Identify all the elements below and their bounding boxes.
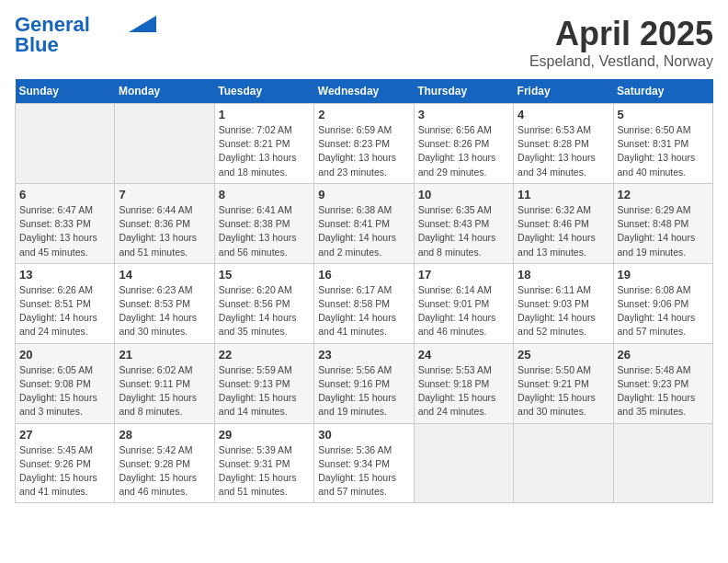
day-cell: 24Sunrise: 5:53 AM Sunset: 9:18 PM Dayli… — [414, 343, 513, 423]
week-row-5: 27Sunrise: 5:45 AM Sunset: 9:26 PM Dayli… — [16, 423, 713, 503]
day-number: 17 — [418, 268, 509, 282]
day-detail: Sunrise: 5:42 AM Sunset: 9:28 PM Dayligh… — [119, 443, 210, 500]
day-cell: 2Sunrise: 6:59 AM Sunset: 8:23 PM Daylig… — [314, 104, 414, 184]
day-cell: 12Sunrise: 6:29 AM Sunset: 8:48 PM Dayli… — [613, 183, 712, 263]
day-number: 1 — [219, 108, 310, 121]
calendar-title: April 2025 — [529, 15, 713, 53]
day-cell: 1Sunrise: 7:02 AM Sunset: 8:21 PM Daylig… — [214, 104, 313, 184]
day-cell: 29Sunrise: 5:39 AM Sunset: 9:31 PM Dayli… — [214, 423, 313, 503]
day-cell — [414, 423, 513, 503]
day-cell: 9Sunrise: 6:38 AM Sunset: 8:41 PM Daylig… — [314, 183, 414, 263]
day-detail: Sunrise: 5:50 AM Sunset: 9:21 PM Dayligh… — [518, 363, 609, 419]
day-detail: Sunrise: 5:59 AM Sunset: 9:13 PM Dayligh… — [219, 363, 310, 419]
day-cell — [613, 423, 712, 503]
day-detail: Sunrise: 6:47 AM Sunset: 8:33 PM Dayligh… — [19, 203, 110, 259]
day-cell: 21Sunrise: 6:02 AM Sunset: 9:11 PM Dayli… — [115, 343, 214, 423]
day-detail: Sunrise: 6:11 AM Sunset: 9:03 PM Dayligh… — [518, 283, 609, 339]
day-number: 27 — [19, 428, 110, 442]
logo: General Blue — [15, 15, 156, 55]
day-number: 21 — [119, 348, 210, 362]
logo-blue: Blue — [15, 35, 59, 55]
day-detail: Sunrise: 5:45 AM Sunset: 9:26 PM Dayligh… — [19, 443, 110, 500]
day-detail: Sunrise: 6:14 AM Sunset: 9:01 PM Dayligh… — [418, 283, 509, 339]
day-cell — [16, 104, 115, 184]
day-detail: Sunrise: 6:38 AM Sunset: 8:41 PM Dayligh… — [318, 203, 409, 259]
day-number: 16 — [318, 268, 409, 282]
day-number: 7 — [119, 188, 210, 201]
day-detail: Sunrise: 6:26 AM Sunset: 8:51 PM Dayligh… — [19, 283, 110, 339]
day-number: 30 — [318, 428, 409, 442]
day-number: 6 — [19, 188, 110, 201]
day-detail: Sunrise: 6:50 AM Sunset: 8:31 PM Dayligh… — [618, 123, 709, 179]
day-cell — [115, 104, 214, 184]
day-detail: Sunrise: 6:53 AM Sunset: 8:28 PM Dayligh… — [518, 123, 609, 179]
day-number: 10 — [418, 188, 509, 201]
day-cell: 7Sunrise: 6:44 AM Sunset: 8:36 PM Daylig… — [115, 183, 214, 263]
day-detail: Sunrise: 6:17 AM Sunset: 8:58 PM Dayligh… — [318, 283, 409, 339]
day-detail: Sunrise: 6:08 AM Sunset: 9:06 PM Dayligh… — [618, 283, 709, 339]
day-detail: Sunrise: 6:56 AM Sunset: 8:26 PM Dayligh… — [418, 123, 509, 179]
day-number: 23 — [318, 348, 409, 362]
day-number: 5 — [618, 108, 709, 121]
day-cell: 8Sunrise: 6:41 AM Sunset: 8:38 PM Daylig… — [214, 183, 313, 263]
day-cell: 28Sunrise: 5:42 AM Sunset: 9:28 PM Dayli… — [115, 423, 214, 503]
day-number: 2 — [318, 108, 409, 121]
day-number: 22 — [219, 348, 310, 362]
day-detail: Sunrise: 5:53 AM Sunset: 9:18 PM Dayligh… — [418, 363, 509, 419]
week-row-2: 6Sunrise: 6:47 AM Sunset: 8:33 PM Daylig… — [16, 183, 713, 263]
day-cell: 27Sunrise: 5:45 AM Sunset: 9:26 PM Dayli… — [16, 423, 115, 503]
day-detail: Sunrise: 6:32 AM Sunset: 8:46 PM Dayligh… — [518, 203, 609, 259]
day-number: 4 — [518, 108, 609, 121]
day-number: 26 — [618, 348, 709, 362]
day-number: 15 — [219, 268, 310, 282]
day-number: 3 — [418, 108, 509, 121]
day-detail: Sunrise: 6:20 AM Sunset: 8:56 PM Dayligh… — [219, 283, 310, 339]
header-cell-sunday: Sunday — [16, 79, 115, 104]
day-detail: Sunrise: 6:41 AM Sunset: 8:38 PM Dayligh… — [219, 203, 310, 259]
day-number: 19 — [618, 268, 709, 282]
header-cell-monday: Monday — [115, 79, 214, 104]
day-cell: 25Sunrise: 5:50 AM Sunset: 9:21 PM Dayli… — [514, 343, 613, 423]
week-row-3: 13Sunrise: 6:26 AM Sunset: 8:51 PM Dayli… — [16, 263, 713, 343]
day-detail: Sunrise: 6:44 AM Sunset: 8:36 PM Dayligh… — [119, 203, 210, 259]
header-cell-saturday: Saturday — [613, 79, 712, 104]
day-cell: 5Sunrise: 6:50 AM Sunset: 8:31 PM Daylig… — [613, 104, 712, 184]
logo-text: General — [15, 15, 90, 35]
title-area: April 2025 Espeland, Vestland, Norway — [529, 15, 713, 70]
day-number: 24 — [418, 348, 509, 362]
header-row: SundayMondayTuesdayWednesdayThursdayFrid… — [16, 79, 713, 104]
day-detail: Sunrise: 5:39 AM Sunset: 9:31 PM Dayligh… — [219, 443, 310, 500]
day-detail: Sunrise: 5:36 AM Sunset: 9:34 PM Dayligh… — [318, 443, 409, 500]
day-number: 13 — [19, 268, 110, 282]
day-cell: 22Sunrise: 5:59 AM Sunset: 9:13 PM Dayli… — [214, 343, 313, 423]
header-cell-friday: Friday — [514, 79, 613, 104]
day-number: 20 — [19, 348, 110, 362]
day-cell: 4Sunrise: 6:53 AM Sunset: 8:28 PM Daylig… — [514, 104, 613, 184]
day-cell: 23Sunrise: 5:56 AM Sunset: 9:16 PM Dayli… — [314, 343, 414, 423]
day-detail: Sunrise: 6:35 AM Sunset: 8:43 PM Dayligh… — [418, 203, 509, 259]
day-detail: Sunrise: 6:05 AM Sunset: 9:08 PM Dayligh… — [19, 363, 110, 419]
day-detail: Sunrise: 6:29 AM Sunset: 8:48 PM Dayligh… — [618, 203, 709, 259]
day-cell: 17Sunrise: 6:14 AM Sunset: 9:01 PM Dayli… — [414, 263, 513, 343]
day-cell: 11Sunrise: 6:32 AM Sunset: 8:46 PM Dayli… — [514, 183, 613, 263]
day-detail: Sunrise: 5:48 AM Sunset: 9:23 PM Dayligh… — [618, 363, 709, 419]
calendar-table: SundayMondayTuesdayWednesdayThursdayFrid… — [15, 79, 713, 503]
day-detail: Sunrise: 6:23 AM Sunset: 8:53 PM Dayligh… — [119, 283, 210, 339]
header-cell-tuesday: Tuesday — [214, 79, 313, 104]
day-detail: Sunrise: 6:59 AM Sunset: 8:23 PM Dayligh… — [318, 123, 409, 179]
day-cell: 26Sunrise: 5:48 AM Sunset: 9:23 PM Dayli… — [613, 343, 712, 423]
day-cell: 3Sunrise: 6:56 AM Sunset: 8:26 PM Daylig… — [414, 104, 513, 184]
day-cell: 20Sunrise: 6:05 AM Sunset: 9:08 PM Dayli… — [16, 343, 115, 423]
day-number: 25 — [518, 348, 609, 362]
day-number: 14 — [119, 268, 210, 282]
header-cell-wednesday: Wednesday — [314, 79, 414, 104]
week-row-1: 1Sunrise: 7:02 AM Sunset: 8:21 PM Daylig… — [16, 104, 713, 184]
day-cell: 6Sunrise: 6:47 AM Sunset: 8:33 PM Daylig… — [16, 183, 115, 263]
day-cell: 16Sunrise: 6:17 AM Sunset: 8:58 PM Dayli… — [314, 263, 414, 343]
day-number: 9 — [318, 188, 409, 201]
day-number: 29 — [219, 428, 310, 442]
week-row-4: 20Sunrise: 6:05 AM Sunset: 9:08 PM Dayli… — [16, 343, 713, 423]
header-cell-thursday: Thursday — [414, 79, 513, 104]
calendar-subtitle: Espeland, Vestland, Norway — [529, 53, 713, 70]
day-number: 28 — [119, 428, 210, 442]
